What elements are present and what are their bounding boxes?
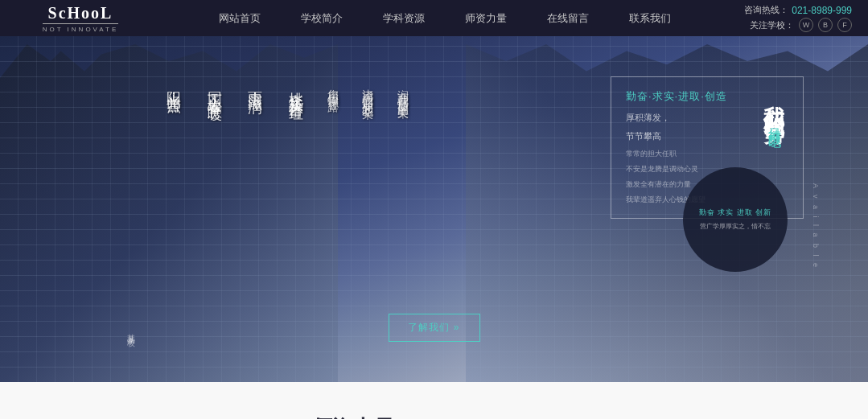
cta-button[interactable]: 了解我们 » [388, 314, 479, 342]
cta-label: 了解我们 » [408, 321, 459, 335]
wait-text: 只待您可以吧 [766, 117, 783, 127]
nav-links: 网站首页 学校简介 学科资源 师资力量 在线留言 联系我们 [145, 11, 744, 26]
vertical-side-text: A v a i l a b l e [812, 183, 820, 269]
nav-contact[interactable]: 联系我们 [629, 11, 671, 26]
teachers-section: 师资力量 / TEACHERS 勤奋·求实·进取·创造 教育的伟大目标不只是堆砌… [0, 382, 868, 419]
poem-col-1: 阳光普照， [161, 80, 187, 116]
logo-text: ScHooL [48, 4, 113, 23]
poem-area: 阳光普照， 园丁心坎春意暖； 雨露滋润， 桃李枝头蓓蕾红。 您用知识甘露， 浇用… [161, 80, 413, 116]
reg-line: 关注学校： W B F [750, 18, 852, 32]
slogan-sub-3: 常常的担大任职 [626, 147, 752, 160]
hero-section: 阳光普照， 园丁心坎春意暖； 雨露滋润， 桃李枝头蓓蕾红。 您用知识甘露， 浇用… [0, 36, 868, 382]
phone-number: 021-8989-999 [792, 5, 852, 16]
poem-col-3: 雨露滋润， [242, 80, 268, 116]
poem-col-5: 您用知识甘露， [323, 80, 343, 116]
circle-tags: 勤奋 求实 进取 创新 [699, 207, 772, 218]
consult-label: 咨询热线： [744, 4, 788, 16]
nav-resources[interactable]: 学科资源 [383, 11, 425, 26]
big-circle: 勤奋 求实 进取 创新 营广学厚厚实之，情不忘 [683, 167, 788, 272]
nav-home[interactable]: 网站首页 [219, 11, 261, 26]
social-icon-f[interactable]: F [837, 18, 852, 32]
poem-col-7: 润育我们情操的美果。 [393, 80, 413, 116]
nav-message[interactable]: 在线留言 [547, 11, 589, 26]
teachers-en-title: TEACHERS [424, 416, 557, 419]
slogan-sub-2: 节节攀高 [626, 129, 752, 145]
slogan-tags: 勤奋·求实·进取·创造 [626, 89, 752, 104]
logo: ScHooL NOT INNOVATE [16, 4, 145, 33]
circle-area: 勤奋 求实 进取 创新 营广学厚厚实之，情不忘 [683, 167, 788, 272]
teachers-cn-title: 师资力量 [311, 414, 395, 419]
logo-tagline: NOT INNOVATE [43, 23, 119, 33]
social-icon-b[interactable]: B [818, 18, 833, 32]
school-vertical-label: 某某学校 [125, 327, 136, 334]
top-right-info: 咨询热线： 021-8989-999 关注学校： W B F [744, 4, 852, 32]
slogan-sub-1: 厚积薄发， [626, 110, 752, 126]
teachers-title-row: 师资力量 / TEACHERS [16, 414, 852, 419]
poem-col-2: 园丁心坎春意暖； [201, 80, 227, 116]
nav-teachers[interactable]: 师资力量 [465, 11, 507, 26]
reg-label: 关注学校： [750, 19, 794, 31]
phone-line: 咨询热线： 021-8989-999 [744, 4, 852, 16]
top-navigation: ScHooL NOT INNOVATE 网站首页 学校简介 学科资源 师资力量 … [0, 0, 868, 36]
social-icon-w[interactable]: W [799, 18, 813, 32]
nav-about[interactable]: 学校简介 [301, 11, 343, 26]
poem-col-4: 桃李枝头蓓蕾红。 [282, 80, 308, 116]
circle-desc: 营广学厚厚实之，情不忘 [700, 222, 771, 232]
slogan-main-chars: 我们的优势 [760, 89, 788, 109]
poem-col-6: 浇用我们理想的花朵； [358, 80, 378, 116]
